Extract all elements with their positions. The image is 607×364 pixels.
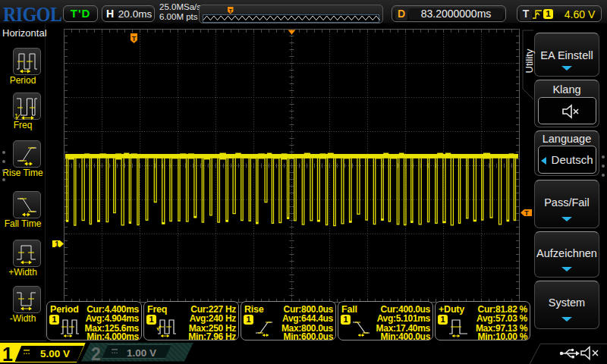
svg-text:T: T [524,209,529,217]
svg-text:T: T [132,35,137,42]
svg-text:1: 1 [14,112,18,120]
svg-text:T: T [229,8,233,14]
svg-text:1: 1 [55,240,59,249]
